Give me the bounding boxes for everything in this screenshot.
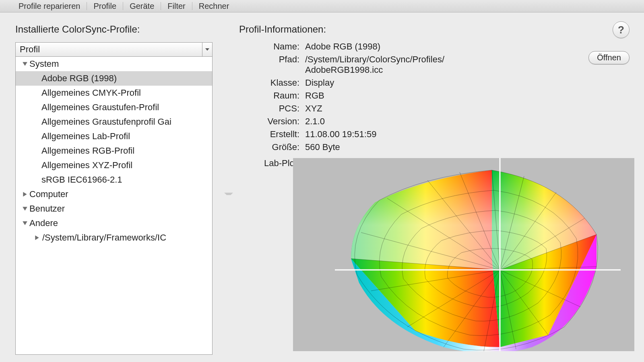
profile-column-header[interactable]: Profil: [15, 42, 213, 57]
value-class: Display: [305, 78, 634, 88]
value-space: RGB: [305, 90, 634, 101]
tree-group-label: Andere: [29, 218, 58, 228]
tree-item[interactable]: Adobe RGB (1998): [16, 71, 212, 86]
value-version: 2.1.0: [305, 116, 634, 127]
value-name: Adobe RGB (1998): [305, 41, 634, 52]
triangle-down-icon[interactable]: [21, 220, 29, 227]
tree-item[interactable]: Allgemeines Lab-Profil: [16, 129, 212, 144]
help-button[interactable]: ?: [613, 21, 630, 38]
profile-column-label: Profil: [16, 44, 202, 55]
lab-gamut-plot: [293, 158, 634, 351]
svg-marker-3: [23, 207, 27, 210]
right-heading: Profil-Informationen:: [239, 24, 634, 35]
value-created: 11.08.00 19:51:59: [305, 129, 634, 140]
triangle-right-icon[interactable]: [21, 191, 29, 198]
tree-item-label: /System/Library/Frameworks/IC: [42, 232, 166, 243]
tree-item-label: Allgemeines CMYK-Profil: [41, 88, 141, 98]
label-path: Pfad:: [239, 54, 299, 75]
tree-item-label: Adobe RGB (1998): [41, 73, 117, 84]
triangle-down-icon[interactable]: [21, 205, 29, 212]
triangle-right-icon[interactable]: [33, 234, 41, 241]
tree-item-label: Allgemeines Lab-Profil: [41, 131, 130, 142]
triangle-down-icon[interactable]: [21, 60, 29, 68]
tree-item[interactable]: Allgemeines CMYK-Profil: [16, 86, 212, 100]
svg-marker-0: [205, 48, 209, 51]
left-heading: Installierte ColorSync-Profile:: [15, 24, 213, 35]
tree-group[interactable]: System: [16, 57, 212, 71]
label-space: Raum:: [239, 90, 299, 101]
splitter-handle[interactable]: [223, 48, 229, 355]
svg-marker-1: [23, 62, 27, 66]
tree-item[interactable]: Allgemeines XYZ-Profil: [16, 158, 212, 173]
menu-item-filter[interactable]: Filter: [161, 0, 192, 12]
label-class: Klasse:: [239, 78, 299, 88]
tree-item-label: Allgemeines Graustufenprofil Gai: [41, 117, 171, 127]
tree-item[interactable]: Allgemeines Graustufenprofil Gai: [16, 115, 212, 129]
label-version: Version:: [239, 116, 299, 127]
label-name: Name:: [239, 41, 299, 52]
value-size: 560 Byte: [305, 142, 634, 152]
value-pcs: XYZ: [305, 103, 634, 114]
value-path: /System/Library/ColorSync/Profiles/Adobe…: [305, 54, 634, 75]
tree-group[interactable]: Computer: [16, 187, 212, 202]
profile-info-table: Name: Adobe RGB (1998) Pfad: /System/Lib…: [239, 41, 634, 152]
label-pcs: PCS:: [239, 103, 299, 114]
open-button[interactable]: Öffnen: [588, 51, 630, 64]
tree-group[interactable]: Andere: [16, 216, 212, 230]
menubar: Profile reparieren Profile Geräte Filter…: [0, 0, 644, 12]
lab-plot-panel[interactable]: [293, 158, 634, 351]
tree-item-label: Allgemeines RGB-Profil: [41, 146, 134, 156]
tree-group[interactable]: Benutzer: [16, 202, 212, 216]
menu-item-profile[interactable]: Profile: [87, 0, 123, 12]
menu-item-repair[interactable]: Profile reparieren: [12, 0, 87, 12]
column-sort-dropdown[interactable]: [202, 43, 212, 56]
tree-item-label: Allgemeines Graustufen-Profil: [41, 102, 159, 113]
svg-marker-2: [23, 192, 27, 197]
label-created: Erstellt:: [239, 129, 299, 140]
svg-marker-4: [23, 221, 27, 225]
tree-item-label: Allgemeines XYZ-Profil: [41, 160, 132, 171]
tree-item[interactable]: sRGB IEC61966-2.1: [16, 173, 212, 187]
chevron-down-icon: [205, 48, 210, 51]
tree-group-label: System: [29, 59, 59, 69]
tree-item[interactable]: Allgemeines Graustufen-Profil: [16, 100, 212, 115]
tree-item-label: sRGB IEC61966-2.1: [41, 175, 122, 185]
label-size: Größe:: [239, 142, 299, 152]
tree-item[interactable]: /System/Library/Frameworks/IC: [16, 230, 212, 245]
tree-item[interactable]: Allgemeines RGB-Profil: [16, 144, 212, 158]
menu-item-calculator[interactable]: Rechner: [192, 0, 236, 12]
svg-marker-5: [35, 235, 39, 240]
profile-tree[interactable]: SystemAdobe RGB (1998)Allgemeines CMYK-P…: [15, 57, 213, 355]
menu-item-devices[interactable]: Geräte: [123, 0, 161, 12]
help-icon: ?: [618, 24, 624, 36]
tree-group-label: Computer: [29, 189, 68, 200]
tree-group-label: Benutzer: [29, 204, 65, 214]
